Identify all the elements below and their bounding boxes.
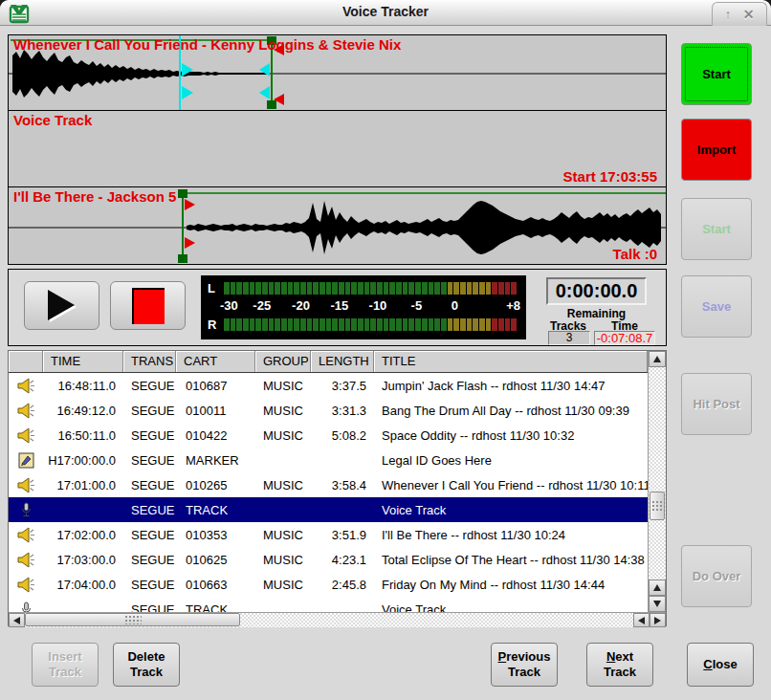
- scroll-right-button[interactable]: [650, 613, 666, 627]
- speaker-icon: [9, 577, 43, 593]
- next-track-button[interactable]: NextTrack: [586, 643, 653, 687]
- waveform-pane-track1[interactable]: Whenever I Call You Friend - Kenny Loggi…: [8, 34, 667, 111]
- stop-button[interactable]: [110, 281, 186, 330]
- cell-title: I'll Be There -- rdhost 11/30 10:24: [374, 528, 648, 542]
- log-row[interactable]: 17:03:00.0SEGUE010625MUSIC4:23.1Total Ec…: [9, 547, 648, 572]
- scale-tick: -30: [220, 298, 238, 313]
- column-header-cart: CART: [176, 351, 255, 372]
- cell-cart: 010011: [176, 404, 255, 418]
- meter-right-segments: [224, 318, 517, 331]
- insert-track-button[interactable]: InsertTrack: [32, 643, 99, 687]
- log-row[interactable]: H17:00:00.0SEGUEMARKERLegal ID Goes Here: [9, 448, 648, 472]
- column-header-time: TIME: [43, 351, 123, 372]
- cell-time: H17:00:00.0: [43, 453, 123, 468]
- cell-time: 16:49:12.0: [43, 404, 123, 418]
- meter-left-segments: [224, 282, 517, 295]
- cell-group: MUSIC: [255, 478, 311, 492]
- cell-trans: SEGUE: [123, 553, 176, 567]
- cell-trans: SEGUE: [123, 478, 176, 492]
- title-bar[interactable]: Voice Tracker ↑ ✕: [0, 0, 771, 26]
- scroll-left-button-2[interactable]: [633, 613, 650, 627]
- do-over-button[interactable]: Do Over: [681, 545, 752, 607]
- speaker-icon: [9, 427, 43, 444]
- cell-length: 4:23.1: [311, 553, 374, 567]
- cell-group: MUSIC: [255, 379, 311, 393]
- elapsed-time-display: 0:00:00.0: [546, 277, 647, 305]
- cell-cart: TRACK: [176, 503, 255, 517]
- cell-title: Jumpin' Jack Flash -- rdhost 11/30 14:47: [374, 379, 648, 393]
- voicetrack-start-time: Start 17:03:55: [563, 168, 657, 185]
- scale-tick: +8: [506, 298, 520, 313]
- cell-trans: SEGUE: [123, 379, 176, 393]
- scale-tick: -10: [369, 298, 387, 313]
- speaker-icon: [9, 378, 43, 394]
- meter-scale: -30 -25 -20 -15 -10 -5 0 +8: [224, 298, 517, 315]
- cell-trans: SEGUE: [123, 578, 176, 592]
- cell-title: Voice Track: [374, 602, 648, 613]
- log-row[interactable]: 17:02:00.0SEGUE010353MUSIC3:51.9I'll Be …: [9, 522, 648, 547]
- voice-tracker-window: Voice Tracker ↑ ✕ Whenever I Call You Fr…: [0, 0, 771, 700]
- shade-button[interactable]: ↑: [724, 7, 731, 22]
- log-row[interactable]: 16:50:11.0SEGUE010422MUSIC5:08.2Space Od…: [9, 423, 648, 448]
- cell-cart: 010625: [176, 553, 255, 567]
- close-window-button[interactable]: ✕: [743, 7, 755, 22]
- scroll-up-button-2[interactable]: [649, 580, 666, 596]
- scale-tick: -15: [330, 298, 348, 313]
- scroll-up-button[interactable]: [649, 351, 666, 367]
- cell-length: 2:45.8: [311, 578, 374, 592]
- cell-group: MUSIC: [255, 553, 311, 567]
- log-row[interactable]: 17:04:00.0SEGUE010663MUSIC2:45.8Friday O…: [9, 572, 648, 597]
- voicetrack-title: Voice Track: [13, 112, 92, 128]
- cell-time: 16:50:11.0: [43, 428, 123, 443]
- vertical-scrollbar[interactable]: [648, 351, 666, 612]
- vertical-scroll-track[interactable]: [649, 367, 666, 580]
- cell-title: Bang The Drum All Day -- rdhost 11/30 09…: [374, 404, 648, 418]
- close-button[interactable]: Close: [687, 643, 754, 687]
- meter-left-label: L: [208, 281, 215, 295]
- waveform-pane-track3[interactable]: I'll Be There - Jackson 5 Talk :0: [8, 186, 667, 265]
- cell-title: Legal ID Goes Here: [374, 453, 648, 468]
- log-row[interactable]: SEGUETRACKVoice Track: [9, 597, 648, 612]
- mic-icon: [9, 602, 43, 613]
- cell-time: 17:01:00.0: [43, 478, 123, 492]
- delete-track-button[interactable]: DeleteTrack: [113, 643, 180, 687]
- waveform-pane-voicetrack[interactable]: Voice Track Start 17:03:55: [8, 110, 667, 187]
- horizontal-scrollbar[interactable]: [9, 612, 666, 627]
- cell-length: 5:08.2: [311, 428, 374, 443]
- cell-cart: TRACK: [176, 602, 255, 613]
- track3-talk-time: Talk :0: [613, 246, 657, 262]
- start-record-button[interactable]: Start: [681, 43, 752, 105]
- vertical-scroll-thumb[interactable]: [650, 492, 665, 520]
- window-title: Voice Tracker: [0, 4, 771, 19]
- log-row[interactable]: 17:01:00.0SEGUE010265MUSIC3:58.4Whenever…: [9, 472, 648, 497]
- cell-group: MUSIC: [255, 528, 311, 542]
- save-button[interactable]: Save: [681, 275, 752, 338]
- speaker-icon: [9, 403, 43, 419]
- speaker-icon: [9, 527, 43, 543]
- meter-right-label: R: [208, 317, 216, 332]
- log-row[interactable]: SEGUETRACKVoice Track: [9, 497, 648, 522]
- scroll-down-button[interactable]: [649, 596, 666, 612]
- start-play-button[interactable]: Start: [681, 198, 752, 260]
- cell-group: MUSIC: [255, 428, 311, 443]
- cell-length: 3:37.5: [311, 379, 374, 393]
- cell-title: Whenever I Call You Friend -- rdhost 11/…: [374, 478, 648, 492]
- log-row[interactable]: 16:48:11.0SEGUE010687MUSIC3:37.5Jumpin' …: [9, 373, 648, 398]
- cell-trans: SEGUE: [123, 503, 176, 517]
- previous-track-button[interactable]: PreviousTrack: [491, 643, 558, 687]
- cell-time: 17:03:00.0: [43, 553, 123, 567]
- log-header: TIME TRANS CART GROUP LENGTH TITLE: [9, 351, 648, 373]
- import-button[interactable]: Import: [681, 119, 752, 181]
- log-row[interactable]: 16:49:12.0SEGUE010011MUSIC3:31.3Bang The…: [9, 398, 648, 423]
- horizontal-scroll-thumb[interactable]: [25, 613, 240, 626]
- cell-length: 3:58.4: [311, 478, 374, 492]
- scroll-left-button[interactable]: [9, 613, 25, 627]
- cell-cart: 010687: [176, 379, 255, 393]
- cell-time: 16:48:11.0: [43, 379, 123, 393]
- hit-post-button[interactable]: Hit Post: [681, 373, 752, 435]
- play-button[interactable]: [24, 281, 99, 330]
- window-controls: ↑ ✕: [712, 2, 767, 26]
- cell-cart: MARKER: [176, 453, 255, 468]
- horizontal-scroll-track[interactable]: [25, 613, 633, 627]
- transport-panel: L -30 -25 -20 -15 -10 -5 0 +8 R 0:00:00.…: [8, 269, 667, 346]
